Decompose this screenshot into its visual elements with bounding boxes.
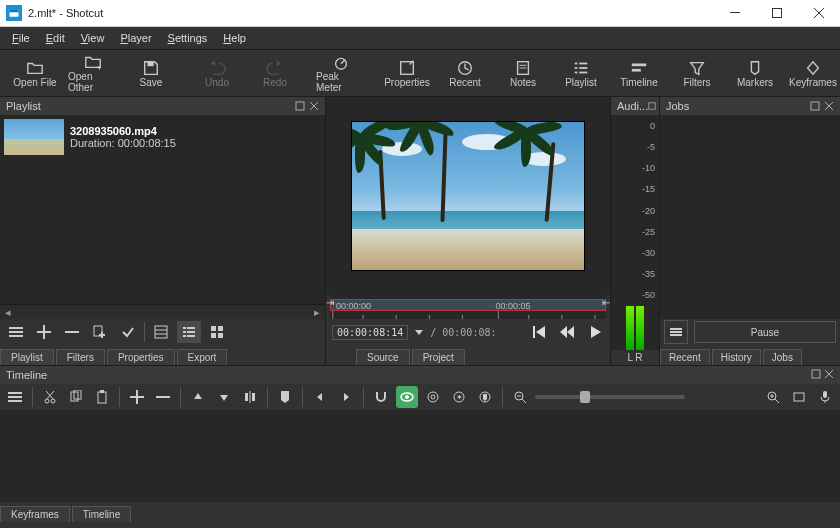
svg-rect-18 xyxy=(575,62,578,64)
list-view-icon[interactable] xyxy=(177,321,201,343)
tab-timeline[interactable]: Timeline xyxy=(72,506,131,522)
prev-marker-icon[interactable] xyxy=(309,386,331,408)
play-icon[interactable] xyxy=(586,323,604,341)
plus-icon[interactable] xyxy=(126,386,148,408)
liftdown-icon[interactable] xyxy=(213,386,235,408)
svg-rect-23 xyxy=(579,71,587,73)
svg-marker-26 xyxy=(691,62,704,74)
snap-icon[interactable] xyxy=(370,386,392,408)
zoom-out-icon[interactable] xyxy=(509,386,531,408)
zoom-slider[interactable] xyxy=(535,395,685,399)
timeline-tracks[interactable] xyxy=(0,410,840,502)
zoom-in-icon[interactable] xyxy=(762,386,784,408)
close-panel-icon[interactable] xyxy=(824,369,834,379)
close-panel-icon[interactable] xyxy=(824,101,834,111)
hamburger-icon[interactable] xyxy=(4,321,28,343)
svg-line-113 xyxy=(775,399,779,403)
tab-properties[interactable]: Properties xyxy=(107,349,175,365)
peak-meter-button[interactable]: Peak Meter xyxy=(312,51,370,95)
svg-rect-40 xyxy=(99,334,105,336)
svg-marker-100 xyxy=(317,393,322,401)
playlist-item[interactable]: 3208935060.mp4 Duration: 00:00:08:15 xyxy=(0,115,325,159)
playlist-scrollbar[interactable]: ◂▸ xyxy=(0,304,325,319)
dock-icon[interactable] xyxy=(648,102,656,110)
close-panel-icon[interactable] xyxy=(309,101,319,111)
menu-view[interactable]: View xyxy=(73,30,113,46)
dock-icon[interactable] xyxy=(811,369,821,379)
save-button[interactable]: Save xyxy=(122,51,180,95)
playlist-toolbar xyxy=(0,319,325,345)
svg-rect-90 xyxy=(98,392,106,403)
tab-recent[interactable]: Recent xyxy=(660,349,710,365)
tab-history[interactable]: History xyxy=(712,349,761,365)
menu-player[interactable]: Player xyxy=(112,30,159,46)
timeline-button[interactable]: Timeline xyxy=(610,51,668,95)
keyframes-button[interactable]: Keyframes xyxy=(784,51,840,95)
copy-icon[interactable] xyxy=(65,386,87,408)
zoom-fit-icon[interactable] xyxy=(788,386,810,408)
svg-line-11 xyxy=(341,60,345,64)
minus-icon[interactable] xyxy=(152,386,174,408)
svg-rect-49 xyxy=(187,335,195,337)
tab-playlist[interactable]: Playlist xyxy=(0,349,54,365)
next-marker-icon[interactable] xyxy=(335,386,357,408)
marker-icon[interactable] xyxy=(274,386,296,408)
markers-button[interactable]: Markers xyxy=(726,51,784,95)
jobs-menu-icon[interactable] xyxy=(664,320,688,344)
open-other-button[interactable]: Open Other xyxy=(64,51,122,95)
menu-edit[interactable]: Edit xyxy=(38,30,73,46)
jobs-pause-button[interactable]: Pause xyxy=(694,321,836,343)
notes-button[interactable]: Notes xyxy=(494,51,552,95)
svg-marker-95 xyxy=(194,393,202,399)
dock-icon[interactable] xyxy=(295,101,305,111)
ripple-icon[interactable] xyxy=(422,386,444,408)
close-button[interactable] xyxy=(798,0,840,26)
tab-filters[interactable]: Filters xyxy=(56,349,105,365)
dock-icon[interactable] xyxy=(810,101,820,111)
svg-line-87 xyxy=(46,391,53,399)
record-audio-icon[interactable] xyxy=(814,386,836,408)
timeline-tabs: KeyframesTimeline xyxy=(0,502,840,522)
titlebar: 2.mlt* - Shotcut xyxy=(0,0,840,27)
menu-file[interactable]: File xyxy=(4,30,38,46)
liftup-icon[interactable] xyxy=(187,386,209,408)
open-file-button[interactable]: Open File xyxy=(6,51,64,95)
timecode-current[interactable]: 00:00:08:14 xyxy=(332,325,408,340)
svg-rect-19 xyxy=(579,62,587,64)
svg-rect-22 xyxy=(575,71,578,73)
scrub-icon[interactable] xyxy=(396,386,418,408)
paste-icon[interactable] xyxy=(91,386,113,408)
plus-icon[interactable] xyxy=(32,321,56,343)
undo-button[interactable]: Undo xyxy=(188,51,246,95)
playlist-button[interactable]: Playlist xyxy=(552,51,610,95)
detail-view-icon[interactable] xyxy=(149,321,173,343)
grid-view-icon[interactable] xyxy=(205,321,229,343)
player-ruler[interactable]: ⇥ ⇤ 00:00:00 00:00:05 xyxy=(330,295,606,319)
addfiles-icon[interactable] xyxy=(88,321,112,343)
split-icon[interactable] xyxy=(239,386,261,408)
skip-start-icon[interactable] xyxy=(530,323,548,341)
ripplemark-icon[interactable] xyxy=(474,386,496,408)
dropdown-icon[interactable] xyxy=(414,327,424,337)
jobs-controls: Pause xyxy=(660,319,840,345)
check-icon[interactable] xyxy=(116,321,140,343)
cut-icon[interactable] xyxy=(39,386,61,408)
tab-project[interactable]: Project xyxy=(412,349,465,365)
redo-button[interactable]: Redo xyxy=(246,51,304,95)
tab-export[interactable]: Export xyxy=(177,349,228,365)
hamburger-icon[interactable] xyxy=(4,386,26,408)
properties-button[interactable]: Properties xyxy=(378,51,436,95)
rippleall-icon[interactable]: ✶ xyxy=(448,386,470,408)
tab-jobs[interactable]: Jobs xyxy=(763,349,802,365)
rewind-icon[interactable] xyxy=(558,323,576,341)
menu-help[interactable]: Help xyxy=(215,30,254,46)
minus-icon[interactable] xyxy=(60,321,84,343)
minimize-button[interactable] xyxy=(714,0,756,26)
tab-keyframes[interactable]: Keyframes xyxy=(0,506,70,522)
recent-button[interactable]: Recent xyxy=(436,51,494,95)
svg-rect-76 xyxy=(670,331,682,333)
maximize-button[interactable] xyxy=(756,0,798,26)
menu-settings[interactable]: Settings xyxy=(160,30,216,46)
filters-button[interactable]: Filters xyxy=(668,51,726,95)
tab-source[interactable]: Source xyxy=(356,349,410,365)
